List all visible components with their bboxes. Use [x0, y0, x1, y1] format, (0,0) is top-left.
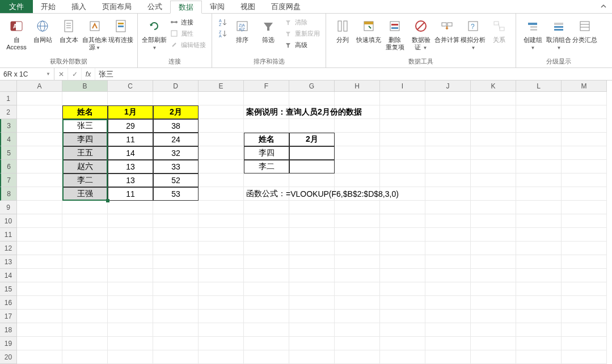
- cell[interactable]: [17, 187, 62, 201]
- row-header[interactable]: 19: [0, 337, 17, 350]
- insert-function-button[interactable]: fx: [82, 68, 95, 80]
- cell[interactable]: [108, 282, 153, 296]
- cell[interactable]: [199, 310, 244, 323]
- cell[interactable]: 2月: [289, 133, 335, 146]
- cell[interactable]: [471, 337, 516, 350]
- from-web-button[interactable]: 自网站: [29, 16, 56, 44]
- cell[interactable]: [335, 119, 380, 133]
- from-other-button[interactable]: 自其他来源▼: [82, 16, 108, 52]
- cell[interactable]: 2月: [153, 105, 199, 119]
- cell[interactable]: [516, 323, 562, 337]
- cell[interactable]: [62, 310, 108, 323]
- cell[interactable]: [562, 187, 607, 201]
- file-tab[interactable]: 文件: [0, 0, 33, 13]
- cell[interactable]: [425, 269, 471, 282]
- row-header[interactable]: 1: [0, 92, 17, 105]
- name-box[interactable]: 6R x 1C▼: [0, 68, 54, 80]
- cell[interactable]: [199, 242, 244, 255]
- cell[interactable]: 王强: [62, 187, 108, 201]
- cell[interactable]: [289, 323, 335, 337]
- cell[interactable]: [516, 242, 562, 255]
- cell[interactable]: [289, 242, 335, 255]
- cell[interactable]: 姓名: [244, 133, 289, 146]
- selection-handle[interactable]: [106, 199, 109, 202]
- cell[interactable]: [471, 282, 516, 296]
- row-header[interactable]: 15: [0, 282, 17, 296]
- cell[interactable]: [62, 323, 108, 337]
- col-header[interactable]: A: [17, 81, 62, 92]
- cell[interactable]: [62, 214, 108, 228]
- col-header[interactable]: B: [62, 81, 108, 92]
- text-to-cols-button[interactable]: 分列: [330, 16, 356, 44]
- tab-formulas[interactable]: 公式: [140, 0, 170, 13]
- cell[interactable]: [199, 160, 244, 173]
- cell[interactable]: [289, 92, 335, 105]
- cell[interactable]: [562, 119, 607, 133]
- tab-review[interactable]: 审阅: [202, 0, 233, 13]
- cell[interactable]: [17, 146, 62, 160]
- cell[interactable]: [562, 350, 607, 364]
- cell[interactable]: [17, 350, 62, 364]
- cell[interactable]: 52: [153, 173, 199, 187]
- row-header[interactable]: 4: [0, 133, 17, 146]
- cell[interactable]: [289, 173, 335, 187]
- cell[interactable]: [516, 214, 562, 228]
- cell[interactable]: [17, 105, 62, 119]
- cell[interactable]: [335, 337, 380, 350]
- cell[interactable]: [17, 92, 62, 105]
- reapply-button[interactable]: 重新应用: [281, 28, 322, 39]
- cell[interactable]: [471, 92, 516, 105]
- cell[interactable]: [516, 201, 562, 214]
- cell[interactable]: [380, 92, 425, 105]
- cell[interactable]: [108, 310, 153, 323]
- row-header[interactable]: 5: [0, 146, 17, 160]
- cell[interactable]: [471, 105, 516, 119]
- cell[interactable]: [17, 133, 62, 146]
- cell[interactable]: [153, 269, 199, 282]
- cell[interactable]: [153, 310, 199, 323]
- cell[interactable]: [289, 214, 335, 228]
- cell[interactable]: [108, 201, 153, 214]
- cell[interactable]: [244, 119, 289, 133]
- cell[interactable]: [153, 201, 199, 214]
- cell[interactable]: [108, 296, 153, 310]
- cell[interactable]: [471, 296, 516, 310]
- cell[interactable]: [335, 173, 380, 187]
- cell[interactable]: [425, 242, 471, 255]
- col-header[interactable]: K: [471, 81, 516, 92]
- cell[interactable]: [17, 255, 62, 269]
- cell[interactable]: [516, 92, 562, 105]
- cell[interactable]: [335, 350, 380, 364]
- cell[interactable]: [244, 173, 289, 187]
- cell[interactable]: [380, 105, 425, 119]
- cell[interactable]: [335, 228, 380, 242]
- cell[interactable]: [380, 173, 425, 187]
- cell[interactable]: [471, 160, 516, 173]
- cell[interactable]: [289, 160, 335, 173]
- cell[interactable]: [516, 173, 562, 187]
- clear-button[interactable]: 清除: [281, 17, 322, 27]
- sort-desc-button[interactable]: ZA: [216, 28, 229, 39]
- cell[interactable]: [17, 228, 62, 242]
- cell[interactable]: [17, 214, 62, 228]
- cell[interactable]: [380, 146, 425, 160]
- cell[interactable]: [244, 296, 289, 310]
- cell[interactable]: [380, 214, 425, 228]
- cell[interactable]: 张三: [62, 119, 108, 133]
- tab-view[interactable]: 视图: [233, 0, 263, 13]
- cell[interactable]: [199, 228, 244, 242]
- cell[interactable]: [199, 146, 244, 160]
- cell[interactable]: [244, 269, 289, 282]
- cell[interactable]: [335, 269, 380, 282]
- cell[interactable]: [153, 296, 199, 310]
- row-header[interactable]: 13: [0, 255, 17, 269]
- cell[interactable]: [335, 255, 380, 269]
- cell[interactable]: [108, 323, 153, 337]
- cell[interactable]: [17, 337, 62, 350]
- cell[interactable]: [289, 119, 335, 133]
- col-header[interactable]: F: [244, 81, 289, 92]
- cell[interactable]: [17, 242, 62, 255]
- cell[interactable]: [17, 119, 62, 133]
- col-header[interactable]: G: [289, 81, 335, 92]
- cell[interactable]: [199, 214, 244, 228]
